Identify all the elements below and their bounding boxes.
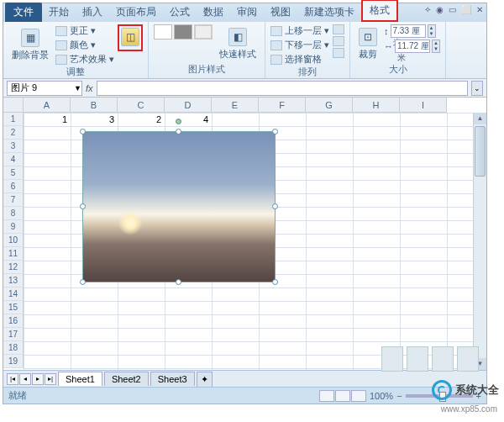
sheet-nav-next[interactable]: ▸	[32, 373, 44, 385]
column-header[interactable]: D	[165, 98, 212, 113]
style-thumb[interactable]	[154, 24, 172, 40]
tab-file[interactable]: 文件	[5, 3, 42, 22]
row-header[interactable]: 10	[3, 234, 24, 247]
rotate-handle[interactable]	[176, 119, 181, 124]
resize-handle-nw[interactable]	[80, 129, 86, 135]
column-header[interactable]: H	[353, 98, 400, 113]
tab-review[interactable]: 审阅	[230, 3, 264, 22]
selection-pane-button[interactable]: 选择窗格	[270, 53, 329, 66]
row-header[interactable]: 14	[3, 287, 24, 301]
new-sheet-button[interactable]: ✦	[197, 372, 213, 387]
tab-data[interactable]: 数据	[197, 3, 230, 22]
row-header[interactable]: 15	[3, 301, 24, 314]
sheet-nav-last[interactable]: ▸|	[45, 373, 56, 385]
row-header[interactable]: 8	[3, 207, 24, 220]
maximize-icon[interactable]: ⬜	[461, 5, 471, 14]
row-header[interactable]: 18	[3, 341, 24, 355]
name-box[interactable]: 图片 9 ▼	[7, 81, 82, 96]
row-header[interactable]: 5	[3, 166, 24, 180]
resize-handle-s[interactable]	[176, 279, 181, 285]
tab-layout[interactable]: 页面布局	[109, 3, 163, 22]
row-header[interactable]: 16	[3, 314, 24, 328]
formula-expand[interactable]: ⌄	[471, 81, 483, 96]
width-spinner[interactable]: ▲▼	[432, 40, 440, 53]
resize-handle-e[interactable]	[272, 203, 278, 209]
height-field[interactable]: ↕ 7.33 厘米 ▲▼	[384, 24, 440, 38]
column-header[interactable]: B	[71, 98, 118, 113]
column-header[interactable]: I	[400, 98, 447, 113]
column-header[interactable]: G	[306, 98, 353, 113]
group-button[interactable]	[333, 36, 344, 46]
corrections-button[interactable]: 更正 ▾	[55, 24, 114, 37]
select-all-corner[interactable]	[3, 98, 24, 113]
cell-grid[interactable]: 1 3 2 4	[24, 113, 473, 370]
resize-handle-ne[interactable]	[272, 129, 278, 135]
resize-handle-se[interactable]	[272, 279, 278, 285]
tab-format[interactable]: 格式	[361, 0, 398, 22]
quick-styles-button[interactable]: ◧ 快速样式	[216, 24, 260, 63]
row-header[interactable]: 12	[3, 261, 24, 274]
tab-home[interactable]: 开始	[42, 3, 76, 22]
sheet-tab[interactable]: Sheet2	[104, 372, 149, 386]
scrollbar-thumb[interactable]	[475, 126, 486, 177]
width-value[interactable]: 11.72 厘米	[395, 40, 430, 53]
align-button[interactable]	[333, 24, 344, 34]
width-field[interactable]: ↔ 11.72 厘米 ▲▼	[384, 40, 440, 53]
row-header[interactable]: 11	[3, 247, 24, 261]
zoom-level[interactable]: 100%	[370, 391, 393, 401]
row-header[interactable]: 6	[3, 180, 24, 193]
sheet-nav-first[interactable]: |◂	[7, 373, 18, 385]
color-button[interactable]: 颜色 ▾	[55, 39, 114, 51]
row-header[interactable]: 19	[3, 355, 24, 368]
style-gallery[interactable]	[154, 24, 213, 63]
row-header[interactable]: 1	[3, 113, 24, 126]
tab-insert[interactable]: 插入	[76, 3, 109, 22]
effects-button[interactable]: 艺术效果 ▾	[55, 53, 114, 66]
zoom-out[interactable]: −	[396, 391, 402, 401]
cell[interactable]: 3	[71, 113, 118, 126]
cell[interactable]: 2	[118, 113, 165, 126]
tab-formula[interactable]: 公式	[163, 3, 197, 22]
bring-forward-button[interactable]: 上移一层 ▾	[270, 24, 329, 37]
column-header[interactable]: A	[24, 98, 71, 113]
remove-bg-button[interactable]: ▦ 删除背景	[8, 24, 52, 66]
row-header[interactable]: 9	[3, 220, 24, 234]
row-header[interactable]: 4	[3, 153, 24, 166]
cell[interactable]: 1	[24, 113, 71, 126]
row-header[interactable]: 7	[3, 193, 24, 207]
cell[interactable]: 4	[165, 113, 212, 126]
sheet-nav-prev[interactable]: ◂	[19, 373, 31, 385]
view-pagebreak[interactable]	[351, 390, 366, 402]
sheet-tab[interactable]: Sheet3	[150, 372, 195, 386]
row-header[interactable]: 13	[3, 274, 24, 287]
sheet-tab[interactable]: Sheet1	[58, 372, 102, 386]
resize-handle-w[interactable]	[80, 203, 86, 209]
view-normal[interactable]	[319, 390, 334, 402]
send-backward-button[interactable]: 下移一层 ▾	[270, 39, 329, 51]
inserted-picture[interactable]	[82, 131, 276, 282]
tab-new[interactable]: 新建选项卡	[297, 3, 361, 22]
ribbon-minimize-icon[interactable]: ◉	[436, 5, 444, 14]
height-value[interactable]: 7.33 厘米	[391, 24, 426, 38]
vertical-scrollbar[interactable]	[473, 113, 486, 370]
help-icon[interactable]: ✧	[424, 5, 431, 14]
column-header[interactable]: E	[212, 98, 259, 113]
tab-view[interactable]: 视图	[264, 3, 297, 22]
close-icon[interactable]: ✕	[476, 5, 483, 14]
row-header[interactable]: 2	[3, 126, 24, 140]
resize-handle-n[interactable]	[176, 129, 181, 135]
height-spinner[interactable]: ▲▼	[428, 24, 436, 38]
row-header[interactable]: 3	[3, 140, 24, 153]
column-header[interactable]: F	[259, 98, 306, 113]
rotate-button[interactable]	[333, 48, 344, 58]
crop-button[interactable]: ⊡ 裁剪	[355, 24, 381, 63]
column-header[interactable]: C	[118, 98, 165, 113]
style-thumb[interactable]	[194, 24, 213, 40]
view-layout[interactable]	[335, 390, 350, 402]
formula-input[interactable]	[97, 81, 468, 96]
minimize-icon[interactable]: ▭	[449, 5, 456, 14]
compress-picture-button[interactable]: ◫	[118, 24, 143, 51]
resize-handle-sw[interactable]	[80, 279, 86, 285]
fx-label[interactable]: fx	[86, 83, 93, 93]
row-header[interactable]: 17	[3, 328, 24, 341]
